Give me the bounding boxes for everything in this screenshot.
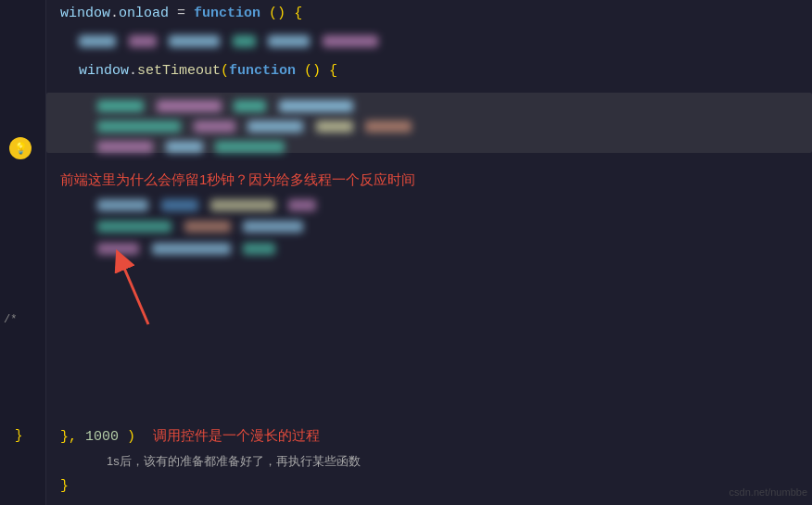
line-gutter: 💡 /* } bbox=[0, 0, 46, 505]
code-line-1: window.onload = function () { bbox=[60, 6, 302, 21]
code-line-6-blurred bbox=[97, 141, 288, 158]
annotation-1: 前端这里为什么会停留1秒钟？因为给多线程一个反应时间 bbox=[60, 171, 415, 189]
bulb-icon: 💡 bbox=[9, 137, 32, 159]
watermark: csdn.net/numbbe bbox=[730, 486, 807, 498]
svg-line-1 bbox=[121, 259, 148, 324]
code-line-8-blurred bbox=[97, 221, 307, 237]
annotation-3: 1s后，该有的准备都准备好了，再执行某些函数 bbox=[107, 453, 361, 470]
comment-marker: /* bbox=[4, 313, 17, 326]
code-line-5-blurred bbox=[97, 120, 415, 137]
closing-brace-gutter: } bbox=[15, 428, 22, 443]
code-line-bottom: }, 1000 ) 调用控件是一个漫长的过程 bbox=[60, 427, 320, 445]
red-arrow bbox=[107, 241, 190, 334]
code-line-3: window.setTimeout(function () { bbox=[79, 63, 337, 79]
code-line-4-blurred bbox=[97, 100, 357, 117]
code-content: window.onload = function () { window.set… bbox=[51, 0, 812, 505]
code-line-2-blurred bbox=[79, 35, 382, 52]
closing-brace: } bbox=[60, 478, 69, 494]
code-line-7-blurred bbox=[97, 199, 320, 216]
code-editor: 💡 /* } window.onload = function () { win… bbox=[0, 0, 812, 505]
